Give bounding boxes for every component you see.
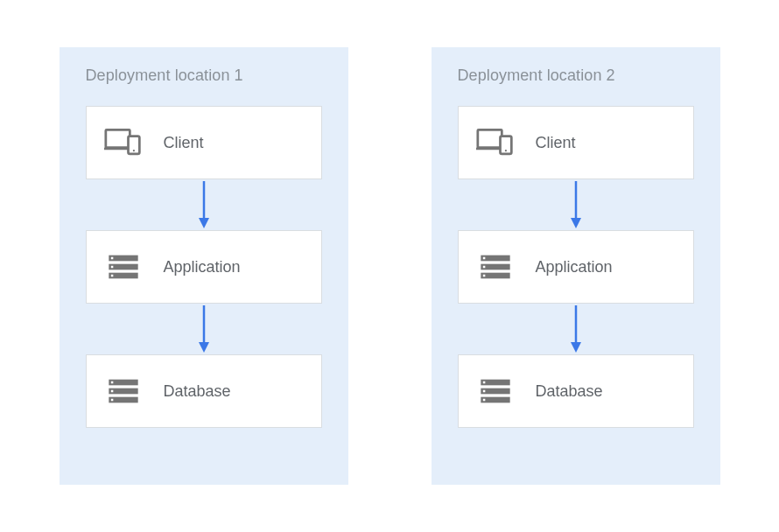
location-title: Deployment location 2 <box>458 66 694 85</box>
tier-label: Client <box>164 134 204 152</box>
location-title: Deployment location 1 <box>86 66 322 85</box>
arrow-down <box>458 179 694 230</box>
devices-icon <box>476 123 515 162</box>
arrow-down-icon <box>197 304 211 354</box>
deployment-location-panel-2: Deployment location 2 Client <box>432 47 720 485</box>
svg-rect-9 <box>110 257 112 260</box>
application-tier-box: Application <box>86 230 322 304</box>
tier-label: Database <box>536 382 603 401</box>
svg-point-3 <box>132 150 134 151</box>
svg-point-23 <box>504 150 506 151</box>
server-icon <box>104 372 143 410</box>
tier-label: Application <box>164 258 241 276</box>
database-tier-box: Database <box>458 354 694 428</box>
arrow-down-icon <box>569 179 583 230</box>
client-tier-box: Client <box>86 106 322 179</box>
svg-rect-39 <box>482 399 485 402</box>
svg-rect-30 <box>482 266 485 269</box>
client-tier-box: Client <box>458 106 694 179</box>
svg-rect-15 <box>109 388 137 395</box>
svg-rect-16 <box>109 397 137 403</box>
arrow-down <box>86 304 322 354</box>
server-icon <box>476 372 515 410</box>
devices-icon <box>104 123 143 162</box>
server-icon <box>104 248 143 286</box>
svg-marker-33 <box>571 342 581 353</box>
svg-rect-10 <box>110 266 112 269</box>
svg-rect-18 <box>110 390 112 393</box>
svg-rect-7 <box>109 264 137 270</box>
svg-marker-5 <box>199 218 209 228</box>
svg-rect-0 <box>105 130 129 147</box>
svg-rect-11 <box>110 275 112 277</box>
arrow-down <box>458 304 694 354</box>
svg-rect-20 <box>477 130 502 147</box>
svg-marker-13 <box>199 342 209 353</box>
svg-rect-19 <box>110 399 112 402</box>
svg-rect-6 <box>109 256 137 262</box>
svg-rect-14 <box>109 380 137 386</box>
tier-label: Database <box>164 382 231 401</box>
svg-rect-29 <box>482 257 485 260</box>
svg-rect-38 <box>482 390 485 393</box>
arrow-down-icon <box>197 179 211 230</box>
server-icon <box>476 248 515 286</box>
database-tier-box: Database <box>86 354 322 428</box>
svg-marker-25 <box>571 218 581 228</box>
svg-rect-31 <box>482 275 485 277</box>
tier-label: Client <box>536 134 576 152</box>
svg-rect-17 <box>110 382 112 384</box>
svg-rect-37 <box>482 382 485 384</box>
svg-rect-8 <box>109 273 137 279</box>
application-tier-box: Application <box>458 230 694 304</box>
deployment-location-panel-1: Deployment location 1 Client <box>60 47 348 485</box>
arrow-down <box>86 179 322 230</box>
arrow-down-icon <box>569 304 583 354</box>
tier-label: Application <box>536 258 613 276</box>
